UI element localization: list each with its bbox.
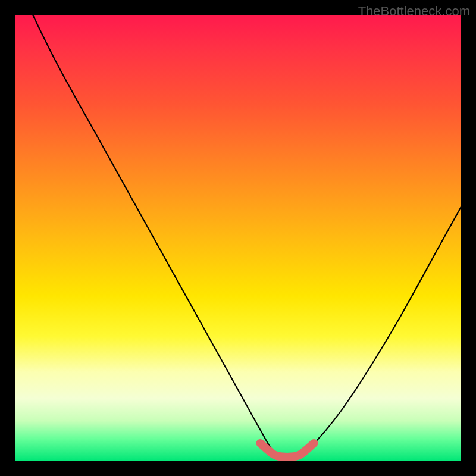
watermark-text: TheBottleneck.com [358, 4, 470, 19]
plot-area [15, 15, 461, 461]
bottleneck-curve-path [33, 15, 461, 457]
sweet-spot-path [261, 443, 314, 457]
chart-svg [15, 15, 461, 461]
